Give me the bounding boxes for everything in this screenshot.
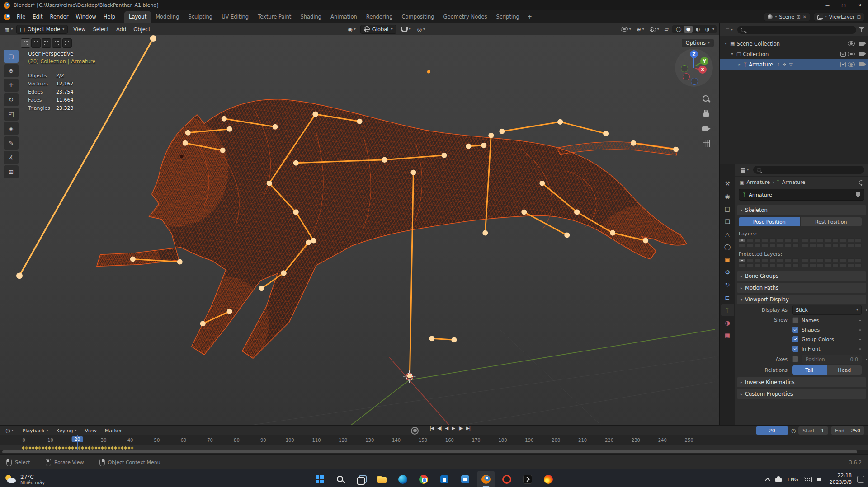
pan-hand-icon[interactable] bbox=[701, 109, 711, 119]
volume-icon[interactable] bbox=[817, 477, 824, 482]
tab-world[interactable]: ◯ bbox=[721, 241, 734, 253]
filter-icon[interactable] bbox=[859, 27, 864, 32]
tab-texture[interactable]: ▦ bbox=[721, 330, 734, 341]
pin-icon[interactable] bbox=[859, 180, 863, 185]
exclude-checkbox[interactable] bbox=[840, 62, 846, 67]
gizmo-y-axis[interactable]: Y bbox=[700, 57, 708, 65]
layers-grid[interactable] bbox=[735, 238, 868, 249]
tab-output[interactable]: ▤ bbox=[721, 203, 734, 215]
shading-wireframe-button[interactable]: ◯ bbox=[675, 26, 683, 33]
viewport-menu-item[interactable]: Object bbox=[130, 25, 154, 34]
toggle-xray-button[interactable]: ▱ bbox=[663, 26, 670, 33]
transform-tool[interactable]: ◈ bbox=[4, 122, 19, 135]
scene-selector[interactable]: ▾ Scene ⊞ ✕ bbox=[764, 13, 810, 21]
viewport-menu-item[interactable]: Select bbox=[89, 25, 112, 34]
select-mode-intersect-button[interactable] bbox=[62, 38, 72, 48]
playhead[interactable]: 20 bbox=[77, 435, 78, 450]
keyframe-strip[interactable] bbox=[0, 445, 868, 450]
tab-view-layer[interactable]: ❏ bbox=[721, 216, 734, 227]
timeline-menu-item[interactable]: Marker ▾ bbox=[101, 426, 126, 435]
task-view-button[interactable] bbox=[353, 471, 370, 487]
workspace-tab[interactable]: Shading bbox=[296, 11, 326, 23]
shading-solid-button[interactable]: ● bbox=[684, 26, 693, 33]
expand-arrow-icon[interactable]: ▾ bbox=[723, 42, 728, 46]
checkbox-icon[interactable] bbox=[792, 336, 798, 342]
timeline-menu-item[interactable]: View ▾ bbox=[81, 426, 100, 435]
tab-object[interactable]: ▣ bbox=[721, 254, 734, 265]
protected-layers-grid[interactable] bbox=[735, 258, 868, 269]
expand-arrow-icon[interactable]: ▸ bbox=[737, 62, 742, 66]
animate-dot-icon[interactable] bbox=[859, 348, 861, 350]
next-keyframe-button[interactable]: |▶ bbox=[458, 426, 462, 431]
maximize-button[interactable]: ▢ bbox=[835, 0, 852, 10]
workspace-tab[interactable]: UV Editing bbox=[217, 11, 253, 23]
new-scene-icon[interactable]: ⊞ bbox=[797, 14, 800, 19]
disable-in-renders-camera-icon[interactable] bbox=[859, 62, 864, 66]
view-layer-selector[interactable]: ▾ ViewLayer ⊞ bbox=[814, 13, 864, 21]
tab-material[interactable]: ◑ bbox=[721, 317, 734, 328]
animate-dot-icon[interactable] bbox=[859, 320, 861, 321]
add-workspace-button[interactable]: + bbox=[524, 14, 536, 20]
disable-in-renders-camera-icon[interactable] bbox=[859, 42, 864, 46]
store-icon[interactable] bbox=[436, 471, 453, 487]
edge-icon[interactable] bbox=[394, 471, 411, 487]
viewport-menu-item[interactable]: View bbox=[70, 25, 89, 34]
toggle-perspective-grid-icon[interactable] bbox=[701, 139, 711, 149]
fake-user-shield-icon[interactable] bbox=[856, 192, 860, 197]
end-frame-field[interactable]: End 250 bbox=[831, 426, 864, 435]
red-ring-app-icon[interactable] bbox=[498, 471, 515, 487]
jump-start-button[interactable]: |◀ bbox=[429, 426, 434, 431]
breadcrumb-object[interactable]: Armature bbox=[746, 179, 770, 185]
start-frame-field[interactable]: Start 1 bbox=[798, 426, 828, 435]
timeline-ruler[interactable]: 0102030405060708090100110120130140150160… bbox=[0, 435, 868, 450]
checkbox-icon[interactable] bbox=[792, 346, 798, 352]
show-overlays-button[interactable]: ▾ bbox=[648, 26, 661, 33]
animate-dot-icon[interactable] bbox=[859, 329, 861, 331]
blender-icon[interactable] bbox=[477, 471, 495, 487]
display-toggle[interactable]: Names bbox=[792, 316, 862, 325]
hide-in-viewport-eye-icon[interactable] bbox=[848, 41, 855, 46]
viewport-display-header[interactable]: ▾ Viewport Display bbox=[737, 295, 866, 304]
relations-tail-button[interactable]: Tail bbox=[792, 365, 827, 375]
gizmo-neg-z-axis[interactable] bbox=[691, 78, 698, 85]
options-dropdown[interactable]: Options ▾ bbox=[682, 39, 714, 47]
start-button[interactable] bbox=[311, 471, 328, 487]
weather-widget[interactable]: 27°C Nhiều mây bbox=[5, 469, 45, 487]
collapsed-section-header[interactable]: ▸ Bone Groups bbox=[737, 271, 866, 281]
editor-type-button[interactable]: ▦ ▾ bbox=[3, 26, 14, 33]
tab-modifiers[interactable]: ⚙ bbox=[721, 267, 734, 278]
mail-icon[interactable] bbox=[457, 471, 474, 487]
pose-position-button[interactable]: Pose Position bbox=[739, 217, 800, 226]
cursor-tool[interactable]: ⊕ bbox=[4, 64, 19, 77]
scrollbar-thumb[interactable] bbox=[2, 450, 857, 453]
select-mode-new-button[interactable] bbox=[21, 38, 30, 48]
outliner-row-armature[interactable]: ▸ ᛉ Armature ᛉ ✛ ▽ bbox=[720, 59, 868, 70]
gizmo-neg-x-axis[interactable] bbox=[683, 73, 690, 80]
collapsed-section-header[interactable]: ▸ Motion Paths bbox=[737, 283, 866, 293]
search-button[interactable] bbox=[332, 471, 349, 487]
tab-tool[interactable]: ⚒ bbox=[721, 178, 734, 189]
select-mode-extend-button[interactable] bbox=[31, 38, 41, 48]
minimize-button[interactable]: — bbox=[819, 0, 835, 10]
relations-head-button[interactable]: Head bbox=[827, 365, 862, 375]
jump-end-button[interactable]: ▶| bbox=[466, 426, 470, 431]
checkbox-icon[interactable] bbox=[792, 317, 798, 323]
shading-rendered-button[interactable]: ◑ bbox=[703, 26, 712, 33]
expand-arrow-icon[interactable]: ▾ bbox=[730, 52, 735, 56]
chrome-icon[interactable] bbox=[415, 471, 432, 487]
collapsed-section-header[interactable]: ▸ Inverse Kinematics bbox=[737, 377, 866, 387]
workspace-tab[interactable]: Layout bbox=[124, 11, 151, 23]
unlink-scene-icon[interactable]: ✕ bbox=[802, 14, 806, 19]
3d-viewport[interactable]: Options ▾ ▢⊕✛↻◰◈✎∡⊞ User Perspective (20… bbox=[0, 35, 719, 425]
display-toggle[interactable]: Group Colors bbox=[792, 335, 862, 344]
workspace-tab[interactable]: Modeling bbox=[151, 11, 184, 23]
animate-dot-icon[interactable] bbox=[859, 339, 861, 340]
tab-physics[interactable]: ↻ bbox=[721, 279, 734, 290]
shading-material-button[interactable]: ◐ bbox=[693, 26, 702, 33]
move-tool[interactable]: ✛ bbox=[4, 79, 19, 92]
current-frame-field[interactable]: 20 bbox=[756, 426, 788, 435]
scale-tool[interactable]: ◰ bbox=[4, 108, 19, 121]
annotate-tool[interactable]: ✎ bbox=[4, 136, 19, 150]
tab-scene[interactable]: △ bbox=[721, 229, 734, 240]
outliner-row-scene-collection[interactable]: ▾ ▦ Scene Collection bbox=[720, 38, 868, 49]
